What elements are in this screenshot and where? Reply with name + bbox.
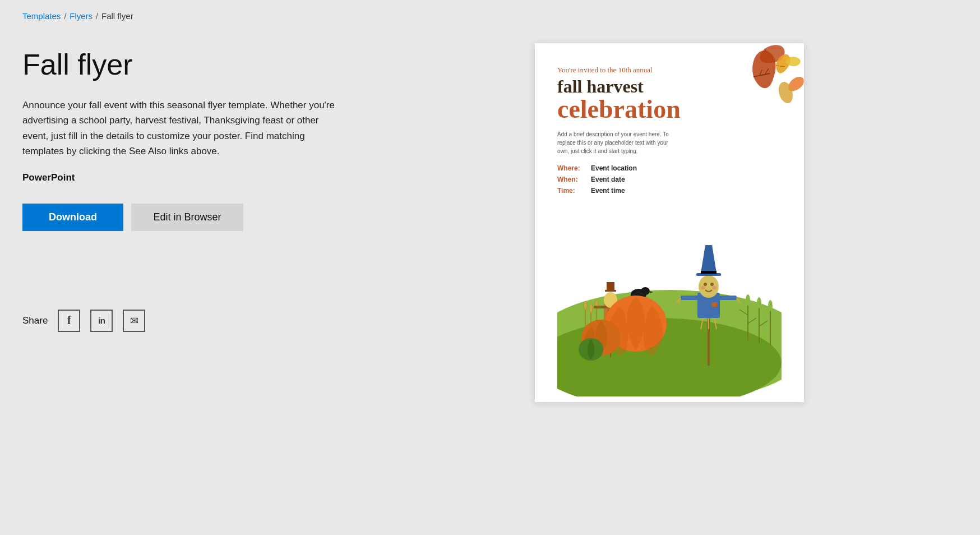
mail-icon: ✉: [130, 315, 138, 327]
preview-details: Where: Event location When: Event date T…: [557, 164, 782, 195]
preview-time-label: Time:: [557, 187, 585, 195]
preview-time-value: Event time: [591, 187, 625, 195]
facebook-share-button[interactable]: f: [58, 310, 80, 332]
template-preview: You're invited to the 10th annual fall h…: [535, 43, 804, 402]
illustration-scene: [557, 206, 782, 396]
svg-point-50: [704, 283, 707, 286]
preview-where-label: Where:: [557, 164, 585, 172]
preview-when-label: When:: [557, 176, 585, 183]
preview-description: Add a brief description of your event he…: [557, 130, 681, 155]
svg-point-11: [589, 304, 593, 313]
preview-when-row: When: Event date: [557, 176, 782, 183]
app-label: PowerPoint: [22, 172, 348, 183]
preview-time-row: Time: Event time: [557, 187, 782, 195]
share-label: Share: [22, 315, 48, 326]
breadcrumb: Templates / Flyers / Fall flyer: [22, 11, 958, 21]
preview-where-value: Event location: [591, 164, 637, 172]
svg-point-51: [710, 283, 714, 286]
email-share-button[interactable]: ✉: [123, 310, 145, 332]
svg-point-9: [584, 301, 587, 310]
page-title: Fall flyer: [22, 49, 348, 81]
svg-point-17: [746, 294, 750, 306]
breadcrumb-current: Fall flyer: [101, 11, 133, 21]
breadcrumb-sep-1: /: [64, 12, 66, 21]
preview-title-line1: fall harvest: [557, 77, 782, 96]
svg-rect-30: [607, 282, 614, 290]
preview-title-line2: celebration: [557, 96, 782, 122]
template-description: Announce your fall event with this seaso…: [22, 98, 336, 159]
breadcrumb-templates[interactable]: Templates: [22, 11, 61, 21]
svg-point-52: [701, 286, 705, 289]
svg-point-20: [757, 297, 761, 308]
preview-when-value: Event date: [591, 176, 625, 183]
svg-rect-56: [701, 271, 716, 274]
preview-subtitle: You're invited to the 10th annual: [557, 66, 782, 75]
breadcrumb-sep-2: /: [96, 12, 98, 21]
preview-where-row: Where: Event location: [557, 164, 782, 172]
edit-in-browser-button[interactable]: Edit in Browser: [131, 204, 243, 231]
svg-point-53: [712, 286, 716, 289]
download-button[interactable]: Download: [22, 204, 123, 231]
facebook-icon: f: [67, 314, 71, 327]
svg-rect-48: [711, 302, 717, 307]
linkedin-share-button[interactable]: in: [90, 310, 113, 332]
linkedin-icon: in: [98, 316, 105, 325]
breadcrumb-flyers[interactable]: Flyers: [70, 11, 93, 21]
svg-point-22: [768, 300, 773, 311]
svg-line-0: [762, 49, 774, 59]
